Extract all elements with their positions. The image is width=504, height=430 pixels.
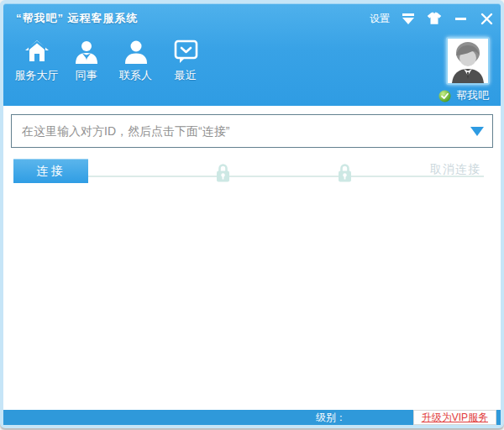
colleague-icon: [74, 36, 99, 65]
connect-row: 连接 取消连接: [3, 159, 501, 186]
titlebar: “帮我吧” 远程客服系统 设置: [3, 3, 501, 26]
combo-dropdown-icon[interactable]: [470, 127, 484, 136]
toolbar-item-label: 服务大厅: [15, 68, 59, 83]
header: “帮我吧” 远程客服系统 设置: [3, 3, 501, 106]
online-status-icon: [438, 90, 451, 102]
partner-id-input[interactable]: [22, 124, 470, 138]
recent-chat-icon: [172, 36, 199, 65]
toolbar-item-recent[interactable]: 最近: [160, 36, 210, 83]
close-icon[interactable]: [479, 11, 494, 26]
connect-button[interactable]: 连接: [13, 159, 88, 183]
toolbar-item-label: 联系人: [119, 68, 152, 83]
toolbar-item-contacts[interactable]: 联系人: [111, 36, 160, 83]
user-name: 帮我吧: [456, 88, 489, 103]
cancel-connection-button[interactable]: 取消连接: [430, 162, 480, 177]
toolbar-item-label: 同事: [76, 68, 97, 83]
status-bar: 级别： 升级为VIP服务: [3, 410, 501, 425]
settings-button[interactable]: 设置: [370, 12, 390, 26]
level-label: 级别：: [316, 411, 346, 425]
contact-icon: [124, 36, 148, 65]
home-icon: [24, 36, 50, 65]
vip-upgrade-box[interactable]: 升级为VIP服务: [413, 410, 496, 425]
toolbar-item-colleagues[interactable]: 同事: [61, 36, 111, 83]
user-status-row: 帮我吧: [438, 88, 489, 103]
main-content: 连接 取消连接: [3, 106, 501, 410]
user-avatar[interactable]: [446, 37, 490, 85]
app-window: “帮我吧” 远程客服系统 设置: [0, 0, 504, 428]
toolbar-item-service-hall[interactable]: 服务大厅: [12, 36, 61, 83]
lock-icon: [215, 162, 231, 187]
partner-id-combobox: [11, 114, 493, 148]
skin-shirt-icon[interactable]: [427, 11, 442, 26]
lock-icon: [337, 162, 353, 187]
toolbar: 服务大厅 同事: [3, 26, 501, 83]
pulldown-icon[interactable]: [401, 11, 416, 26]
toolbar-item-label: 最近: [175, 68, 197, 83]
window-title: “帮我吧” 远程客服系统: [16, 11, 139, 26]
minimize-icon[interactable]: [453, 11, 468, 26]
window-controls: 设置: [370, 11, 494, 26]
vip-upgrade-link[interactable]: 升级为VIP服务: [422, 411, 488, 425]
